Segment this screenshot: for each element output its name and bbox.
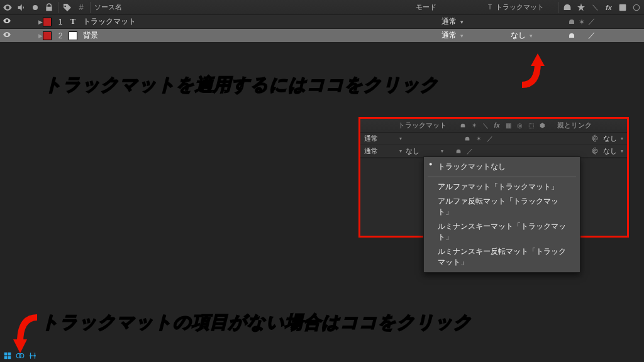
fx-switch[interactable]	[597, 18, 606, 26]
cube-3d-icon: ⬢	[538, 122, 546, 129]
quality-switch[interactable]: ／	[486, 135, 494, 143]
trackmatte-popup: トラックマット ✶ ＼ fx ▦ ◎ ⬚ ⬢ 親とリンク 通常▾ ✶ ／ なし …	[358, 117, 629, 238]
quality-switch[interactable]: ／	[466, 148, 474, 155]
pickwhip-icon[interactable]	[592, 134, 599, 143]
menu-item[interactable]: ルミナンスキー反転マット「トラックマット」	[424, 244, 580, 270]
menu-item[interactable]: トラックマットなし	[424, 160, 580, 174]
blend-mode-dropdown[interactable]: 通常▾	[436, 15, 499, 28]
separator	[58, 2, 58, 13]
svg-rect-8	[8, 356, 11, 359]
menu-item[interactable]: アルファ反転マット「トラックマット」	[424, 194, 580, 219]
shy-switch[interactable]	[567, 31, 576, 40]
svg-point-0	[33, 5, 38, 10]
timeline-footer-buttons	[3, 351, 38, 361]
solo-icon	[30, 3, 40, 13]
layer-name[interactable]: トラックマット	[79, 15, 436, 28]
layer-name[interactable]: 背景	[79, 29, 436, 42]
pickwhip-icon[interactable]	[592, 147, 599, 156]
cube-icon: ⬚	[527, 122, 535, 129]
layer-switches[interactable]: ✶ ／	[562, 15, 644, 28]
popup-layer-row[interactable]: 通常▾ ✶ ／ なし ▾	[360, 133, 627, 145]
parent-column-label: 親とリンク	[557, 121, 592, 130]
quality-switch[interactable]: ／	[587, 31, 596, 40]
shy-switch[interactable]	[455, 148, 462, 155]
shy-icon	[459, 122, 467, 129]
eye-icon[interactable]	[3, 30, 11, 41]
hash-icon: #	[76, 3, 86, 13]
lock-icon	[44, 3, 54, 13]
layer-index: 1	[54, 15, 67, 28]
toggle-switches-button[interactable]	[3, 351, 13, 361]
chevron-right-icon[interactable]: ▶	[38, 19, 43, 25]
trackmatte-header[interactable]: トラックマット	[496, 3, 544, 12]
quality-switch[interactable]: ／	[587, 18, 596, 26]
film-icon	[618, 3, 628, 13]
toggle-in-out-button[interactable]	[28, 351, 38, 361]
source-name-header[interactable]: ソース名	[94, 3, 122, 12]
layer-row[interactable]: ▶ 2 背景 通常▾ なし▾ ／	[0, 29, 644, 43]
trackmatte-dropdown[interactable]: なし	[406, 146, 437, 156]
trackmatte-dropdown[interactable]: なし▾	[499, 29, 562, 42]
shy-switch[interactable]	[567, 18, 576, 26]
trackmatte-t: T	[488, 4, 492, 11]
label-color[interactable]	[43, 18, 52, 26]
popup-layer-row[interactable]: 通常▾ なし▾ ／ なし ▾	[360, 145, 627, 158]
trackmatte-dropdown[interactable]	[499, 15, 562, 28]
star-icon: ✶	[470, 122, 478, 129]
svg-marker-3	[531, 53, 545, 66]
svg-point-2	[633, 4, 639, 10]
svg-rect-5	[4, 353, 8, 356]
text-layer-icon: T	[67, 15, 79, 28]
menu-item[interactable]: アルファマット「トラックマット」	[424, 180, 580, 194]
timeline-column-header: # ソース名 モード T トラックマット ＼ fx	[0, 0, 644, 15]
svg-rect-12	[34, 355, 35, 356]
star-icon	[576, 3, 586, 13]
eye-icon	[3, 3, 13, 13]
fx-icon: fx	[493, 122, 501, 129]
blend-mode-dropdown[interactable]: 通常▾	[436, 29, 499, 42]
annotation-text: トラックマットの項目がない場合はココをクリック	[41, 310, 472, 334]
collapse-switch[interactable]: ✶	[577, 18, 586, 26]
mode-header[interactable]: モード	[416, 3, 436, 12]
separator	[90, 2, 91, 13]
circle-ring-icon: ◎	[516, 122, 523, 129]
fx-icon: fx	[604, 3, 614, 13]
svg-rect-7	[4, 356, 8, 359]
svg-rect-1	[619, 4, 626, 11]
layer-row[interactable]: ▶ 1 T トラックマット 通常▾ ✶ ／	[0, 15, 644, 29]
shy-switch[interactable]	[464, 135, 471, 143]
speaker-icon	[16, 3, 26, 13]
svg-rect-6	[8, 353, 11, 356]
toggle-modes-button[interactable]	[15, 351, 25, 361]
annotation-text: トラックマットを適用するにはココをクリック	[44, 73, 439, 97]
slash-icon: ＼	[590, 3, 600, 13]
circle-icon	[631, 3, 641, 13]
menu-item[interactable]: ルミナンスキーマット「トラックマット」	[424, 219, 580, 244]
menu-divider	[428, 177, 576, 177]
trackmatte-column-label: トラックマット	[398, 121, 447, 130]
frame-blend-switch[interactable]	[608, 18, 616, 26]
layer-switches[interactable]: ／	[562, 29, 644, 42]
popup-header: トラックマット ✶ ＼ fx ▦ ◎ ⬚ ⬢ 親とリンク	[360, 119, 627, 133]
svg-point-10	[19, 354, 24, 358]
solid-layer-icon	[67, 29, 79, 42]
trackmatte-menu[interactable]: トラックマットなし アルファマット「トラックマット」 アルファ反転マット「トラッ…	[423, 156, 580, 273]
label-icon	[62, 3, 72, 13]
parent-dropdown[interactable]: なし	[603, 134, 617, 143]
arrow-icon	[516, 50, 560, 96]
shy-icon	[562, 3, 572, 13]
chevron-right-icon[interactable]: ▶	[38, 33, 43, 39]
layer-index: 2	[54, 29, 67, 42]
label-color[interactable]	[43, 31, 52, 40]
eye-icon[interactable]	[3, 16, 11, 27]
film-icon: ▦	[504, 122, 512, 129]
parent-dropdown[interactable]: なし	[603, 146, 617, 156]
slash-icon: ＼	[482, 122, 489, 129]
separator	[558, 2, 558, 13]
svg-rect-11	[30, 355, 31, 356]
collapse-switch[interactable]: ✶	[475, 135, 482, 143]
